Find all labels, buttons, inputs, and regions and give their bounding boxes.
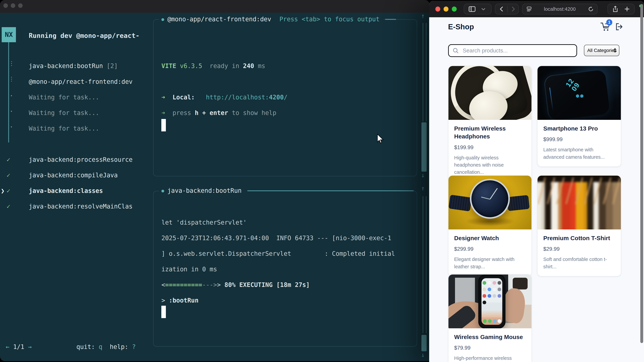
product-name: Premium Wireless Headphones	[454, 125, 526, 140]
task-item-frontend-dev[interactable]: @mono-app/react-frontend:dev	[29, 76, 132, 87]
back-icon[interactable]	[500, 6, 503, 12]
quit-key: q	[98, 343, 102, 351]
traffic-minimize-icon[interactable]	[11, 3, 15, 8]
terminal-cursor	[161, 119, 166, 131]
reload-icon[interactable]	[588, 6, 594, 12]
pane-java-backend-header: ● java-backend:bootRun	[159, 186, 414, 196]
product-card[interactable]: Wireless Gaming Mouse $79.99 High-perfor…	[448, 274, 532, 362]
task-item-resolve-main-class[interactable]: java-backend:resolveMainClas	[29, 201, 132, 212]
select-stepper-icon	[614, 48, 616, 53]
task-item-waiting: Waiting for task...	[29, 108, 99, 118]
search-input[interactable]	[462, 47, 566, 54]
pane-title: @mono-app/react-frontend:dev	[167, 14, 275, 24]
product-price: $199.99	[454, 144, 526, 150]
product-price: $79.99	[454, 345, 526, 351]
check-icon: ✓	[6, 201, 10, 212]
vite-ready-line: VITE v6.3.5 ready in 240 ms	[161, 61, 265, 71]
gradle-progress-line: <==========--->> 80% EXECUTING [18m 27s]	[161, 280, 310, 290]
task-item-bootrun[interactable]: java-backend:bootRun [2]	[29, 61, 118, 71]
eshop-page: E-Shop 1 All Categories Premium Wireless…	[429, 17, 644, 362]
pager-left-icon[interactable]: ←	[6, 343, 10, 351]
product-card[interactable]: 12 09 Smartphone 13 Pro $999.99 Latest s…	[537, 66, 621, 167]
product-card[interactable]: Premium Cotton T-Shirt $29.99 Soft and c…	[537, 175, 621, 276]
product-card[interactable]: Designer Watch $299.99 Elegant designer …	[448, 175, 532, 276]
new-tab-icon[interactable]	[624, 6, 630, 11]
help-key: ?	[132, 343, 136, 351]
log-line: 2025-07-23T12:06:43.971-04:00 INFO 64733…	[161, 233, 391, 244]
product-name: Designer Watch	[454, 234, 526, 242]
arrow-icon: ➜	[161, 109, 165, 116]
product-name: Premium Cotton T-Shirt	[544, 234, 615, 242]
task-count: [2]	[103, 62, 118, 69]
localhost-link[interactable]: http://localhost:4200/	[206, 94, 288, 101]
product-image-smartphone: 12 09	[538, 66, 621, 120]
local-url-line: ➜ Local: http://localhost:4200/	[161, 92, 288, 103]
check-icon: ✓	[6, 186, 10, 196]
pane-react-frontend-header: ● @mono-app/react-frontend:dev Press <ta…	[159, 14, 398, 24]
url-bar[interactable]: localhost:4200	[522, 4, 598, 14]
product-name: Wireless Gaming Mouse	[454, 333, 526, 341]
task-item-waiting: Waiting for task...	[29, 123, 99, 134]
running-indicator-icon: ⋮	[8, 60, 14, 67]
screen: NX Running dev @mono-app/react- ⋮ java-b…	[0, 0, 644, 362]
progress-bar-fill: ==========	[165, 281, 202, 289]
share-icon[interactable]	[613, 6, 618, 12]
scrollbar-track[interactable]	[422, 23, 426, 121]
forward-icon[interactable]	[512, 6, 515, 12]
header-line	[247, 190, 414, 191]
product-price: $999.99	[544, 136, 615, 142]
task-item-waiting: Waiting for task...	[29, 92, 99, 103]
task-bullet-icon: ●	[159, 186, 167, 196]
help-hint-line: ➜ press h + enter to show help	[161, 108, 276, 118]
task-bullet-icon: ●	[159, 14, 167, 24]
scroll-down-icon[interactable]: ↓	[421, 351, 425, 359]
nx-logo: NX	[2, 27, 16, 42]
running-indicator-icon: ⋮	[8, 76, 14, 82]
log-line: ization in 0 ms	[161, 264, 217, 275]
task-tree-line	[8, 42, 9, 142]
scroll-up-icon[interactable]: ↑	[421, 185, 425, 192]
category-select[interactable]: All Categories	[584, 45, 619, 56]
reader-icon[interactable]	[526, 6, 532, 11]
task-item-process-resource[interactable]: java-backend:processResource	[29, 154, 132, 165]
scroll-down-icon[interactable]: ↓	[421, 172, 425, 179]
waiting-dot-icon: ·	[10, 108, 14, 115]
pager[interactable]: ← 1/1 →	[6, 342, 32, 352]
product-image-gaming-mouse	[448, 275, 532, 328]
product-name: Smartphone 13 Pro	[544, 125, 615, 133]
task-item-classes[interactable]: java-backend:classes	[29, 186, 103, 196]
logout-button[interactable]	[615, 23, 623, 31]
product-price: $29.99	[544, 246, 615, 252]
scrollbar-track[interactable]	[422, 196, 426, 333]
product-description: Soft and comfortable cotton t-shirt...	[544, 256, 615, 270]
page-scrollbar-thumb[interactable]	[640, 4, 643, 343]
traffic-zoom-icon[interactable]	[18, 3, 23, 8]
product-image-headphones	[448, 66, 532, 120]
url-text: localhost:4200	[544, 6, 576, 12]
scroll-up-icon[interactable]: ↑	[421, 12, 425, 19]
terminal-cursor	[161, 306, 166, 318]
task-item-compile-java[interactable]: java-backend:compileJava	[29, 170, 118, 181]
terminal-titlebar[interactable]	[0, 0, 430, 13]
product-card[interactable]: Premium Wireless Headphones $199.99 High…	[448, 66, 532, 182]
sidebar-toggle-button[interactable]	[464, 4, 492, 14]
log-line: ] o.s.web.servlet.DispatcherServlet : Co…	[161, 248, 395, 259]
cart-count-badge: 1	[606, 19, 612, 25]
traffic-close-icon[interactable]	[435, 6, 440, 11]
traffic-zoom-icon[interactable]	[452, 6, 457, 11]
terminal-window: NX Running dev @mono-app/react- ⋮ java-b…	[0, 0, 430, 361]
product-description: High-quality wireless headphones with no…	[454, 154, 526, 176]
pager-right-icon[interactable]: →	[28, 343, 32, 351]
traffic-minimize-icon[interactable]	[444, 6, 448, 11]
log-line: let 'dispatcherServlet'	[161, 217, 246, 228]
divider	[507, 6, 508, 12]
sidebar-icon	[468, 6, 476, 12]
header-dash	[385, 19, 396, 20]
waiting-dot-icon: ·	[10, 123, 14, 131]
scrollbar-thumb[interactable]	[422, 335, 427, 351]
selection-chevron-icon: ❯	[1, 186, 4, 196]
gradle-prompt-line: > :bootRun	[161, 295, 198, 306]
product-description: High-performance wireless gaming mouse..…	[454, 355, 526, 362]
scrollbar-thumb[interactable]	[422, 122, 427, 172]
traffic-close-icon[interactable]	[3, 3, 8, 8]
